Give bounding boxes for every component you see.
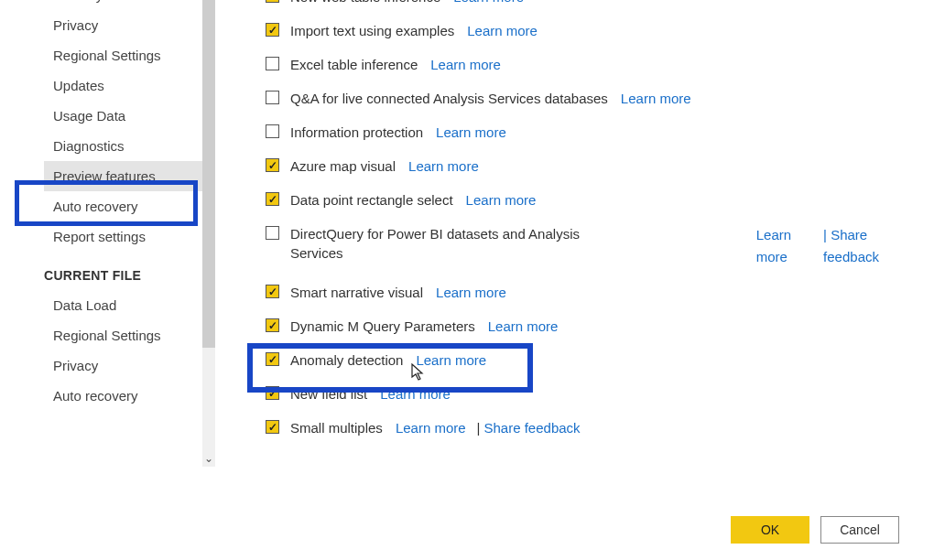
feature-row: Import text using examplesLearn more: [266, 14, 934, 48]
feature-checkbox[interactable]: [266, 57, 279, 70]
feature-row: Azure map visualLearn more: [266, 149, 934, 183]
separator: |: [477, 418, 481, 437]
feature-checkbox[interactable]: [266, 352, 279, 366]
feature-checkbox[interactable]: [266, 318, 279, 332]
sidebar-item-report-settings[interactable]: Report settings: [44, 221, 215, 252]
sidebar-file-item-auto-recovery[interactable]: Auto recovery: [44, 381, 215, 411]
learn-more-link[interactable]: Learn more: [466, 190, 537, 210]
sidebar-item-diagnostics[interactable]: Diagnostics: [44, 131, 215, 161]
feature-row: Anomaly detectionLearn more: [266, 343, 934, 377]
feature-checkbox[interactable]: [266, 23, 279, 37]
learn-more-link[interactable]: Learn more: [416, 350, 486, 370]
feature-checkbox[interactable]: [266, 91, 279, 104]
learn-more-link[interactable]: Learn more: [621, 89, 691, 108]
feature-checkbox[interactable]: [266, 124, 279, 138]
feature-row: Smart narrative visualLearn more: [266, 275, 934, 309]
learn-more-link[interactable]: Learn more: [467, 21, 538, 40]
learn-more-link[interactable]: Learn more: [430, 55, 501, 74]
sidebar-file-item-regional-settings[interactable]: Regional Settings: [44, 320, 215, 350]
learn-more-link[interactable]: Share feedback: [484, 418, 581, 437]
feature-checkbox[interactable]: [266, 285, 279, 298]
feature-checkbox[interactable]: [266, 420, 279, 434]
feature-label: Data point rectangle select: [290, 190, 453, 210]
sidebar-item-privacy[interactable]: Privacy: [44, 10, 215, 40]
main-panel: New web table inferenceLearn moreImport …: [215, 0, 934, 560]
sidebar-file-item-data-load[interactable]: Data Load: [44, 290, 215, 320]
feature-row: Excel table inferenceLearn more: [266, 48, 934, 81]
feature-row: Information protectionLearn more: [266, 115, 934, 149]
learn-more-link[interactable]: Learn more: [436, 123, 506, 142]
feature-label: Small multiples: [290, 418, 383, 437]
feature-checkbox[interactable]: [266, 386, 279, 400]
sidebar: Security Privacy Regional Settings Updat…: [0, 0, 215, 560]
sidebar-scrollbar[interactable]: ⌄: [202, 0, 215, 467]
feature-label: Import text using examples: [290, 21, 454, 40]
chevron-down-icon[interactable]: ⌄: [204, 452, 213, 461]
feature-label: Anomaly detection: [290, 350, 403, 370]
feature-label: Smart narrative visual: [290, 283, 423, 302]
cancel-button[interactable]: Cancel: [820, 516, 899, 544]
share-feedback-link[interactable]: | Sharefeedback: [823, 224, 879, 268]
feature-row: New field listLearn more: [266, 377, 934, 411]
feature-row: Dynamic M Query ParametersLearn more: [266, 309, 934, 343]
feature-checkbox[interactable]: [266, 0, 279, 3]
learn-more-link[interactable]: Learnmore: [756, 224, 791, 268]
sidebar-item-security[interactable]: Security: [44, 0, 215, 10]
feature-label: New field list: [290, 384, 367, 404]
feature-label: Q&A for live connected Analysis Services…: [290, 89, 608, 108]
feature-label: Excel table inference: [290, 55, 418, 74]
feature-row: DirectQuery for Power BI datasets and An…: [266, 217, 934, 275]
feature-label: Azure map visual: [290, 156, 396, 176]
learn-more-link[interactable]: Learn more: [408, 156, 479, 176]
feature-row: Small multiplesLearn more|Share feedback: [266, 411, 934, 445]
learn-more-link[interactable]: Learn more: [396, 418, 466, 437]
learn-more-link[interactable]: Learn more: [488, 317, 559, 336]
sidebar-item-preview-features[interactable]: Preview features: [44, 161, 215, 191]
sidebar-file-item-privacy[interactable]: Privacy: [44, 350, 215, 381]
sidebar-scrollbar-thumb[interactable]: [202, 0, 215, 348]
sidebar-section-header: CURRENT FILE: [44, 252, 215, 290]
feature-checkbox[interactable]: [266, 192, 279, 206]
feature-label: Information protection: [290, 123, 423, 142]
learn-more-link[interactable]: Learn more: [436, 283, 506, 302]
sidebar-item-updates[interactable]: Updates: [44, 70, 215, 101]
ok-button[interactable]: OK: [731, 516, 809, 544]
feature-right-links: Learnmore| Sharefeedback: [756, 224, 934, 268]
learn-more-link[interactable]: Learn more: [380, 384, 451, 404]
dialog-buttons: OK Cancel: [731, 516, 899, 544]
sidebar-item-auto-recovery[interactable]: Auto recovery: [44, 191, 215, 221]
feature-checkbox[interactable]: [266, 226, 279, 240]
feature-label: DirectQuery for Power BI datasets and An…: [290, 224, 629, 263]
feature-row: Data point rectangle selectLearn more: [266, 183, 934, 217]
feature-row: Q&A for live connected Analysis Services…: [266, 81, 934, 115]
feature-label: Dynamic M Query Parameters: [290, 317, 475, 336]
feature-checkbox[interactable]: [266, 158, 279, 172]
feature-label: New web table inference: [290, 0, 440, 6]
sidebar-item-regional-settings[interactable]: Regional Settings: [44, 40, 215, 70]
sidebar-item-usage-data[interactable]: Usage Data: [44, 101, 215, 131]
learn-more-link[interactable]: Learn more: [453, 0, 524, 6]
feature-row: New web table inferenceLearn more: [266, 0, 934, 14]
